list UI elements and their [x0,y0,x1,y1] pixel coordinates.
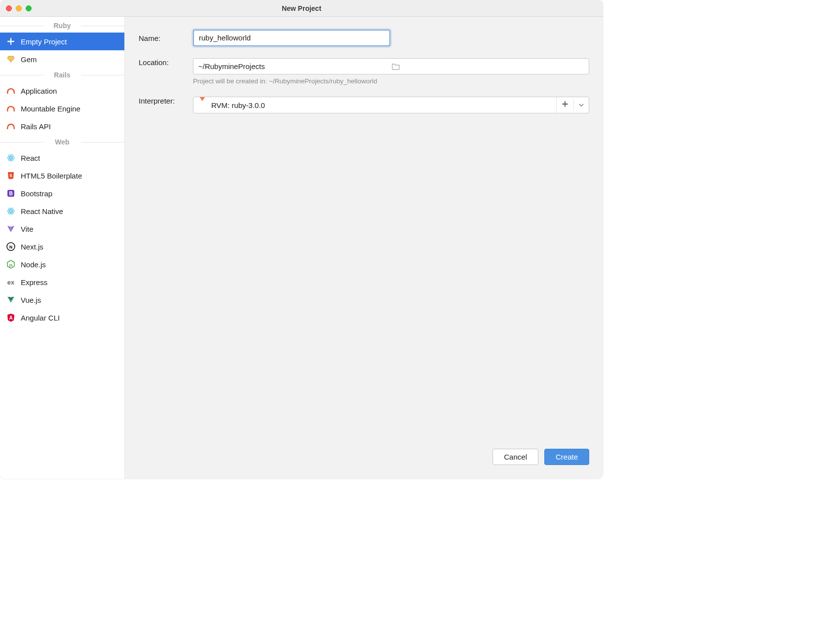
react-icon [6,206,16,216]
html5-icon: 5 [6,171,16,180]
rails-icon [6,104,16,113]
ruby-icon [198,101,206,109]
sidebar-category-rails: Rails [0,68,124,82]
sidebar-item-label: Vue.js [21,296,41,304]
interpreter-label: Interpreter: [139,97,193,105]
sidebar-item-rails-api[interactable]: Rails API [0,117,124,135]
svg-text:js: js [9,263,13,267]
add-interpreter-button[interactable] [556,97,573,113]
sidebar-category-web: Web [0,135,124,149]
sidebar-item-react-native[interactable]: React Native [0,202,124,220]
rails-icon [6,121,16,131]
sidebar-category-ruby: Ruby [0,19,124,33]
vuejs-icon [6,295,16,305]
sidebar-item-label: HTML5 Boilerplate [21,172,82,180]
sidebar-item-label: Application [21,87,57,95]
close-icon[interactable] [6,5,12,11]
interpreter-select[interactable]: RVM: ruby-3.0.0 [193,97,589,113]
sidebar-item-label: Bootstrap [21,189,52,198]
svg-text:5: 5 [9,173,12,178]
location-value: ~/RubymineProjects [198,62,391,71]
sidebar-item-application[interactable]: Application [0,82,124,100]
bootstrap-icon: B [6,188,16,198]
gem-icon [6,54,16,64]
sidebar-item-react[interactable]: React [0,149,124,167]
sidebar-item-nodejs[interactable]: js Node.js [0,255,124,273]
svg-point-7 [10,211,12,212]
sidebar-item-label: React [21,154,40,162]
sidebar-item-label: Empty Project [21,37,67,46]
location-hint: Project will be created in: ~/RubyminePr… [193,77,589,85]
name-field-wrapper[interactable] [193,30,390,46]
sidebar-item-nextjs[interactable]: N Next.js [0,238,124,255]
express-icon: ex [6,277,16,287]
vite-icon [6,224,16,234]
sidebar-item-label: React Native [21,207,63,215]
sidebar-item-express[interactable]: ex Express [0,273,124,291]
sidebar-item-label: Next.js [21,243,43,251]
sidebar-item-html5[interactable]: 5 HTML5 Boilerplate [0,167,124,184]
sidebar-item-empty-project[interactable]: Empty Project [0,33,124,50]
react-icon [6,153,16,163]
svg-text:B: B [9,191,12,196]
nodejs-icon: js [6,259,16,269]
sidebar-item-label: Vite [21,225,34,233]
traffic-lights [6,5,32,11]
window-title: New Project [282,4,321,12]
sidebar-item-vuejs[interactable]: Vue.js [0,291,124,309]
location-label: Location: [139,58,193,67]
sidebar-item-mountable-engine[interactable]: Mountable Engine [0,100,124,117]
sidebar-item-label: Express [21,278,47,286]
rails-icon [6,86,16,96]
dialog-footer: Cancel Create [139,441,589,466]
minimize-icon[interactable] [16,5,22,11]
titlebar: New Project [0,0,603,17]
interpreter-value: RVM: ruby-3.0.0 [211,101,265,109]
svg-text:N: N [9,245,13,250]
sidebar-item-label: Gem [21,55,37,64]
create-button[interactable]: Create [544,449,589,465]
angular-icon: A [6,313,16,322]
form-area: Name: Location: ~/RubymineProjects Proje… [125,17,603,479]
name-input[interactable] [199,34,384,42]
svg-text:A: A [9,315,12,321]
sidebar-item-angular[interactable]: A Angular CLI [0,309,124,326]
sidebar-item-gem[interactable]: Gem [0,50,124,68]
plus-icon [6,36,16,46]
nextjs-icon: N [6,242,16,251]
maximize-icon[interactable] [26,5,32,11]
sidebar-item-label: Rails API [21,122,51,131]
sidebar-item-label: Mountable Engine [21,105,80,113]
name-label: Name: [139,34,193,42]
sidebar: Ruby Empty Project Gem Rails Application… [0,17,125,479]
sidebar-item-label: Angular CLI [21,314,60,322]
sidebar-item-vite[interactable]: Vite [0,220,124,238]
cancel-button[interactable]: Cancel [492,449,538,465]
folder-icon[interactable] [391,63,584,71]
svg-point-0 [10,157,12,159]
sidebar-item-label: Node.js [21,260,46,269]
interpreter-main[interactable]: RVM: ruby-3.0.0 [193,98,556,113]
sidebar-item-bootstrap[interactable]: B Bootstrap [0,184,124,202]
location-input[interactable]: ~/RubymineProjects [193,58,589,74]
interpreter-dropdown-button[interactable] [573,99,589,111]
